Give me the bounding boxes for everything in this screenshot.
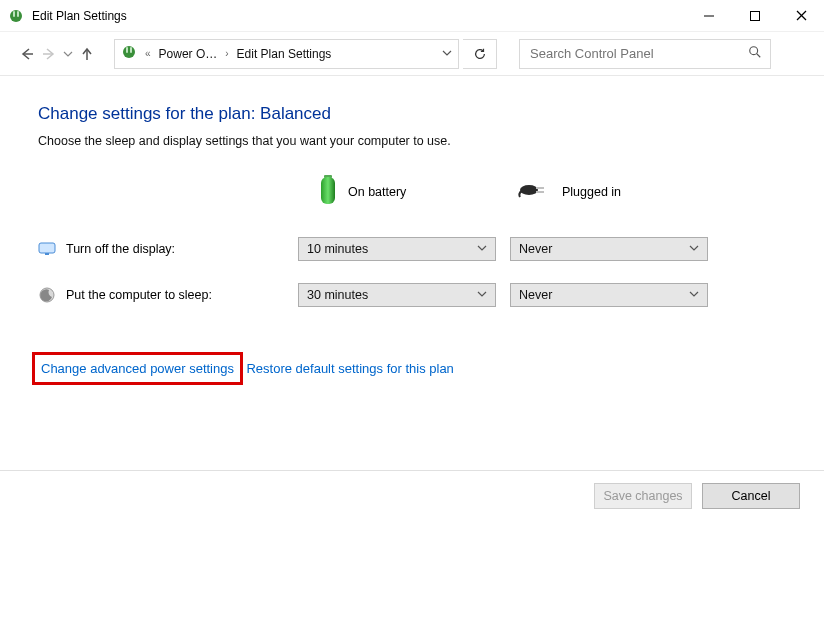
search-icon [748,45,762,62]
chevron-right-icon: › [223,48,230,59]
control-panel-icon [121,44,137,63]
chevron-down-icon [689,288,699,302]
svg-rect-18 [536,187,544,189]
refresh-button[interactable] [463,39,497,69]
breadcrumb-item-current[interactable]: Edit Plan Settings [237,47,332,61]
chevron-down-icon [477,242,487,256]
forward-button[interactable] [40,45,58,63]
up-button[interactable] [78,45,96,63]
column-on-battery-label: On battery [348,185,406,199]
svg-point-0 [10,10,22,22]
search-box[interactable] [519,39,771,69]
display-battery-value: 10 minutes [307,242,368,256]
battery-icon [318,174,338,209]
row-sleep-label: Put the computer to sleep: [66,288,212,302]
page-heading: Change settings for the plan: Balanced [38,104,824,124]
svg-rect-4 [751,11,760,20]
nav-bar: « Power O… › Edit Plan Settings [0,32,824,76]
row-sleep: Put the computer to sleep: 30 minutes Ne… [38,283,824,307]
column-on-battery: On battery [318,174,518,209]
breadcrumb-item-power[interactable]: Power O… [159,47,218,61]
sleep-plugged-value: Never [519,288,552,302]
link-restore-defaults[interactable]: Restore default settings for this plan [246,361,453,376]
search-input[interactable] [528,45,748,62]
display-battery-select[interactable]: 10 minutes [298,237,496,261]
cancel-button[interactable]: Cancel [702,483,800,509]
row-display: Turn off the display: 10 minutes Never [38,237,824,261]
minimize-button[interactable] [686,0,732,31]
svg-rect-16 [321,177,335,204]
app-icon [8,8,24,24]
links: Change advanced power settings Restore d… [38,351,824,401]
svg-rect-11 [126,47,128,53]
row-display-label: Turn off the display: [66,242,175,256]
svg-rect-12 [130,47,132,53]
display-plugged-select[interactable]: Never [510,237,708,261]
sleep-plugged-select[interactable]: Never [510,283,708,307]
close-button[interactable] [778,0,824,31]
svg-point-10 [123,46,135,58]
titlebar: Edit Plan Settings [0,0,824,32]
chevron-down-icon [477,288,487,302]
display-plugged-value: Never [519,242,552,256]
column-plugged-in-label: Plugged in [562,185,621,199]
maximize-button[interactable] [732,0,778,31]
display-icon [38,240,56,258]
address-bar[interactable]: « Power O… › Edit Plan Settings [114,39,459,69]
svg-line-14 [757,54,761,58]
advanced-link-highlight: Change advanced power settings [32,352,243,385]
button-bar: Save changes Cancel [0,470,824,521]
svg-rect-19 [536,191,544,193]
window-title: Edit Plan Settings [32,9,686,23]
recent-dropdown[interactable] [62,45,74,63]
save-button: Save changes [594,483,692,509]
breadcrumb-separator: « [143,48,153,59]
sleep-battery-select[interactable]: 30 minutes [298,283,496,307]
sleep-battery-value: 30 minutes [307,288,368,302]
plug-icon [518,181,552,202]
svg-rect-21 [45,253,49,255]
chevron-down-icon[interactable] [442,47,452,61]
back-button[interactable] [18,45,36,63]
svg-rect-1 [13,11,15,17]
cancel-button-label: Cancel [732,489,771,503]
content: Change settings for the plan: Balanced C… [0,76,824,401]
column-plugged-in: Plugged in [518,181,718,202]
save-button-label: Save changes [603,489,682,503]
link-advanced-power[interactable]: Change advanced power settings [41,361,234,376]
column-headers: On battery Plugged in [318,174,824,209]
svg-rect-2 [17,11,19,17]
page-subheading: Choose the sleep and display settings th… [38,134,824,148]
svg-point-17 [520,185,538,195]
sleep-icon [38,286,56,304]
chevron-down-icon [689,242,699,256]
svg-rect-20 [39,243,55,253]
svg-point-13 [750,47,758,55]
